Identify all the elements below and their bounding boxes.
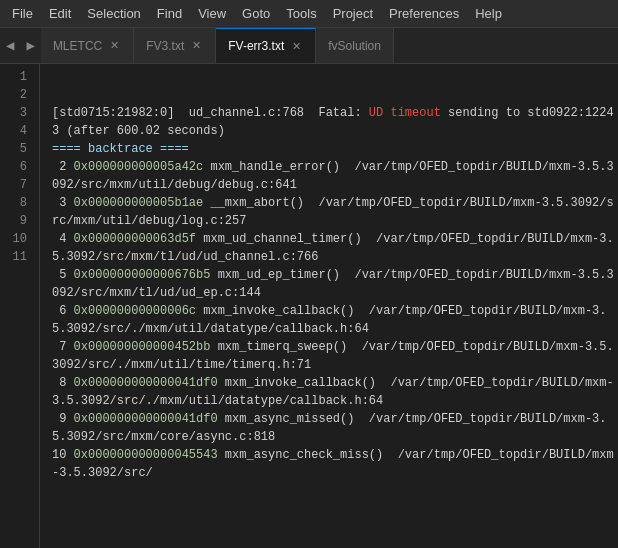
tab-fv-err3-label: FV-err3.txt <box>228 39 284 53</box>
tab-fvsolution-label: fvSolution <box>328 39 381 53</box>
line-number-11: 11 <box>8 248 27 266</box>
menu-tools[interactable]: Tools <box>278 4 324 23</box>
line-number-9: 9 <box>8 212 27 230</box>
code-line-8: 7 0x000000000000452bb mxm_timerq_sweep()… <box>52 338 618 374</box>
code-line-2: ==== backtrace ==== <box>52 140 618 158</box>
code-line-9: 8 0x000000000000041df0 mxm_invoke_callba… <box>52 374 618 410</box>
code-line-10: 9 0x000000000000041df0 mxm_async_missed(… <box>52 410 618 446</box>
menu-preferences[interactable]: Preferences <box>381 4 467 23</box>
menu-file[interactable]: File <box>4 4 41 23</box>
tab-fv-err3[interactable]: FV-err3.txt ✕ <box>216 28 316 63</box>
menu-selection[interactable]: Selection <box>79 4 148 23</box>
menu-find[interactable]: Find <box>149 4 190 23</box>
line-number-10: 10 <box>8 230 27 248</box>
tab-mletcc-label: MLETCC <box>53 39 102 53</box>
tab-fv3-close[interactable]: ✕ <box>190 39 203 52</box>
code-line-6: 5 0x000000000000676b5 mxm_ud_ep_timer() … <box>52 266 618 302</box>
line-number-3: 3 <box>8 104 27 122</box>
menu-bar: File Edit Selection Find View Goto Tools… <box>0 0 618 28</box>
tab-fv3-label: FV3.txt <box>146 39 184 53</box>
line-number-6: 6 <box>8 158 27 176</box>
tab-mletcc-close[interactable]: ✕ <box>108 39 121 52</box>
tab-fv-err3-close[interactable]: ✕ <box>290 40 303 53</box>
line-number-1: 1 <box>8 68 27 86</box>
line-number-5: 5 <box>8 140 27 158</box>
code-line-1: [std0715:21982:0] ud_channel.c:768 Fatal… <box>52 104 618 140</box>
line-numbers: 1234567891011 <box>0 64 40 548</box>
code-line-4: 3 0x000000000005b1ae __mxm_abort() /var/… <box>52 194 618 230</box>
menu-edit[interactable]: Edit <box>41 4 79 23</box>
tab-next-button[interactable]: ▶ <box>20 28 40 63</box>
editor: 1234567891011 [std0715:21982:0] ud_chann… <box>0 64 618 548</box>
code-line-11: 10 0x000000000000045543 mxm_async_check_… <box>52 446 618 482</box>
line-number-2: 2 <box>8 86 27 104</box>
line-number-7: 7 <box>8 176 27 194</box>
tab-fvsolution[interactable]: fvSolution <box>316 28 394 63</box>
menu-project[interactable]: Project <box>325 4 381 23</box>
code-line-5: 4 0x000000000063d5f mxm_ud_channel_timer… <box>52 230 618 266</box>
tab-prev-button[interactable]: ◀ <box>0 28 20 63</box>
code-line-3: 2 0x000000000005a42c mxm_handle_error() … <box>52 158 618 194</box>
code-content[interactable]: [std0715:21982:0] ud_channel.c:768 Fatal… <box>40 64 618 548</box>
line-number-4: 4 <box>8 122 27 140</box>
tab-fv3[interactable]: FV3.txt ✕ <box>134 28 216 63</box>
menu-view[interactable]: View <box>190 4 234 23</box>
menu-help[interactable]: Help <box>467 4 510 23</box>
menu-goto[interactable]: Goto <box>234 4 278 23</box>
tab-mletcc[interactable]: MLETCC ✕ <box>41 28 134 63</box>
code-line-7: 6 0x00000000000006c mxm_invoke_callback(… <box>52 302 618 338</box>
tab-bar: ◀ ▶ MLETCC ✕ FV3.txt ✕ FV-err3.txt ✕ fvS… <box>0 28 618 64</box>
line-number-8: 8 <box>8 194 27 212</box>
